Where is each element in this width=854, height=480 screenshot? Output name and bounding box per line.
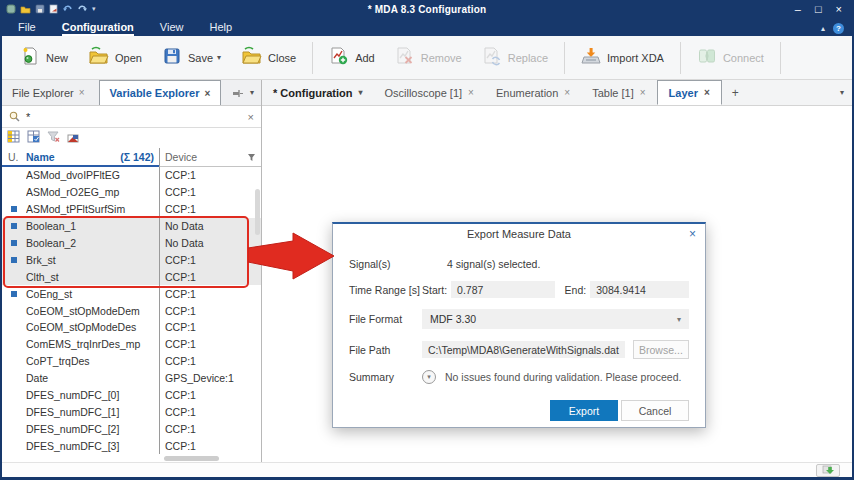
file-format-select[interactable]: MDF 3.30 ▾: [422, 309, 689, 329]
variable-name: CoPT_trqDes: [26, 355, 159, 367]
cancel-button[interactable]: Cancel: [621, 400, 689, 421]
variable-row[interactable]: DFES_numDFC_[2]CCP:1: [2, 420, 261, 437]
tab-close-icon[interactable]: ×: [640, 87, 646, 98]
variable-device: CCP:1: [159, 403, 261, 420]
browse-button[interactable]: Browse...: [633, 340, 689, 359]
open-folder-icon[interactable]: [20, 4, 31, 14]
import-xda-button[interactable]: Import XDA: [571, 42, 674, 74]
open-label: Open: [115, 52, 142, 64]
search-input[interactable]: *: [26, 111, 242, 123]
status-export-button[interactable]: [816, 464, 840, 477]
tab-oscilloscope-label: Oscilloscope [1]: [384, 87, 462, 99]
variable-row[interactable]: CoPT_trqDesCCP:1: [2, 353, 261, 370]
maximize-button[interactable]: □: [815, 2, 822, 16]
variable-row[interactable]: DFES_numDFC_[3]CCP:1: [2, 437, 261, 454]
app-icon[interactable]: [6, 4, 16, 14]
variable-row[interactable]: Boolean_1No Data: [2, 218, 261, 235]
redo-icon[interactable]: [77, 4, 88, 14]
horizontal-scrollbar[interactable]: [164, 456, 219, 461]
new-button[interactable]: New: [10, 42, 78, 74]
tab-close-icon[interactable]: ×: [468, 87, 474, 98]
variable-device: CCP:1: [159, 302, 261, 319]
variable-row[interactable]: Clth_stCCP:1: [2, 268, 261, 285]
variable-row[interactable]: Brk_stCCP:1: [2, 251, 261, 268]
variable-search-bar[interactable]: * ×: [2, 106, 261, 128]
column-header-u[interactable]: U.: [2, 151, 26, 163]
chevron-down-icon[interactable]: ▾: [358, 88, 362, 97]
panel-menu-caret-icon[interactable]: ▾: [250, 88, 254, 97]
column-header-name[interactable]: Name: [26, 151, 55, 163]
status-bar: [2, 462, 852, 477]
help-icon[interactable]: ?: [833, 23, 844, 34]
ribbon-separator: [564, 42, 565, 74]
ribbon-toolbar: New Open Save ▾ Close Add Remove Replace: [2, 36, 852, 80]
variable-row[interactable]: ASMod_dvoIPFltEGCCP:1: [2, 167, 261, 184]
save-icon[interactable]: [35, 4, 45, 14]
tab-close-icon[interactable]: ×: [204, 88, 210, 99]
dialog-title-bar: Export Measure Data ×: [333, 224, 705, 244]
variable-row[interactable]: ASMod_rO2EG_mpCCP:1: [2, 184, 261, 201]
tab-file-explorer[interactable]: File Explorer ×: [2, 80, 95, 105]
variable-device: CCP:1: [159, 167, 261, 184]
add-layer-button[interactable]: +: [722, 80, 749, 105]
summary-expand-icon[interactable]: ▾: [422, 370, 436, 384]
variable-row[interactable]: CoEOM_stOpModeDesCCP:1: [2, 319, 261, 336]
tab-layer-label: Layer: [669, 87, 698, 99]
tab-table[interactable]: Table [1] ×: [581, 80, 656, 105]
variable-row[interactable]: Boolean_2No Data: [2, 235, 261, 252]
tab-oscilloscope[interactable]: Oscilloscope [1] ×: [373, 80, 485, 105]
tab-configuration[interactable]: * Configuration ▾: [262, 80, 373, 105]
tab-close-icon[interactable]: ×: [704, 87, 710, 98]
ribbon-separator: [780, 42, 781, 74]
tab-close-icon[interactable]: ×: [564, 87, 570, 98]
end-input[interactable]: 3084.9414: [590, 281, 689, 298]
variable-row[interactable]: DFES_numDFC_[1]CCP:1: [2, 403, 261, 420]
vertical-scrollbar[interactable]: [255, 189, 260, 235]
column-header-device[interactable]: Device: [165, 151, 197, 163]
search-clear-icon[interactable]: ×: [248, 111, 254, 123]
signal-flag-icon[interactable]: [67, 129, 79, 147]
tab-close-icon[interactable]: ×: [79, 87, 85, 98]
export-button[interactable]: Export: [550, 400, 618, 421]
grid-view-icon[interactable]: [7, 129, 20, 147]
dialog-close-icon[interactable]: ×: [689, 227, 696, 241]
filter-funnel-icon[interactable]: [248, 151, 261, 163]
tab-layer[interactable]: Layer ×: [657, 80, 722, 105]
variable-row[interactable]: CoEng_stCCP:1: [2, 285, 261, 302]
tab-variable-explorer[interactable]: Variable Explorer ×: [99, 80, 222, 105]
variable-row[interactable]: CoEOM_stOpModeDemCCP:1: [2, 302, 261, 319]
start-input[interactable]: 0.787: [451, 281, 555, 298]
variable-list-toolbar: [2, 128, 261, 148]
filter-remove-icon[interactable]: [47, 129, 60, 147]
tab-list-caret-icon[interactable]: ▾: [840, 88, 844, 97]
u-cell: [2, 257, 26, 263]
export-document-icon[interactable]: [49, 4, 58, 14]
remove-signal-icon: [395, 46, 415, 70]
close-button[interactable]: ×: [836, 2, 842, 16]
menu-configuration[interactable]: Configuration: [62, 21, 134, 36]
close-config-button[interactable]: Close: [231, 42, 306, 74]
variable-name: Date: [26, 372, 159, 384]
import-xda-icon: [581, 46, 601, 70]
grid-edit-icon[interactable]: [27, 129, 40, 147]
save-dropdown-caret-icon[interactable]: ▾: [217, 53, 221, 62]
replace-signal-icon: [482, 46, 502, 70]
variable-device: No Data: [159, 235, 261, 252]
save-button[interactable]: Save ▾: [152, 42, 231, 74]
open-button[interactable]: Open: [78, 42, 152, 74]
file-path-input[interactable]: C:\Temp\MDA8\GenerateWithSignals.dat: [422, 341, 625, 358]
menu-file[interactable]: File: [18, 21, 36, 36]
tab-enumeration[interactable]: Enumeration ×: [485, 80, 581, 105]
customize-caret-icon[interactable]: ▾: [92, 5, 96, 13]
minimize-button[interactable]: –: [795, 2, 801, 16]
menu-help[interactable]: Help: [210, 21, 233, 36]
undo-icon[interactable]: [62, 4, 73, 14]
variable-row[interactable]: DFES_numDFC_[0]CCP:1: [2, 387, 261, 404]
add-button[interactable]: Add: [319, 42, 385, 74]
variable-row[interactable]: ComEMS_trqInrDes_mpCCP:1: [2, 336, 261, 353]
variable-row[interactable]: DateGPS_Device:1: [2, 370, 261, 387]
variable-row[interactable]: ASMod_tPFltSurfSimCCP:1: [2, 201, 261, 218]
pin-icon[interactable]: [232, 84, 243, 102]
ribbon-collapse-icon[interactable]: ▴: [821, 24, 825, 33]
menu-view[interactable]: View: [160, 21, 184, 36]
